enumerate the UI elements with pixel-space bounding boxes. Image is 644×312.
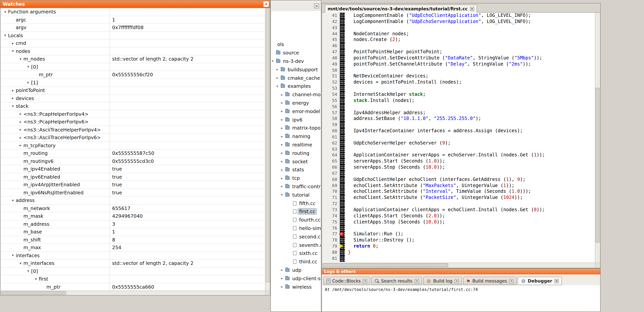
line-number[interactable]: 71 — [322, 195, 340, 201]
collapse-icon[interactable]: ▾ — [272, 59, 276, 63]
line-number[interactable]: 81 — [322, 256, 340, 262]
breakpoint-margin[interactable] — [340, 134, 345, 140]
line-number[interactable]: 59 — [322, 122, 340, 128]
watch-row[interactable]: m_ptr0x55555556cf20 — [1, 71, 265, 79]
breakpoint-margin[interactable] — [340, 201, 345, 207]
code-line[interactable]: 67 — [322, 170, 595, 177]
code-line[interactable]: 77 Simulator::Run (); — [322, 231, 595, 237]
breakpoint-margin[interactable] — [340, 195, 345, 201]
line-number[interactable]: 46 — [322, 43, 340, 49]
breakpoint-margin[interactable] — [340, 92, 345, 98]
watch-row[interactable]: m_ipv6NsRsJitterEnabledtrue — [1, 189, 265, 197]
close-icon[interactable] — [470, 7, 474, 11]
code-line[interactable]: 64 ApplicationContainer serverApps = ech… — [322, 152, 595, 158]
watch-row[interactable]: m_routingv60x5555555cd3c0 — [1, 157, 265, 165]
expand-icon[interactable]: ▸ — [281, 268, 285, 272]
breakpoint-margin[interactable] — [340, 140, 345, 146]
breakpoint-margin[interactable] — [340, 256, 345, 262]
scrollbar-thumb[interactable] — [266, 8, 270, 283]
watch-row[interactable]: m_network655617 — [1, 204, 265, 212]
expand-icon[interactable]: ▸ — [10, 89, 16, 92]
line-number[interactable]: 66 — [322, 164, 340, 170]
line-number[interactable]: 57 — [322, 110, 340, 116]
breakpoint-margin[interactable] — [340, 61, 345, 67]
code-line[interactable]: 46 — [322, 43, 595, 49]
code-line[interactable]: 51 NetDeviceContainer devices; — [322, 73, 595, 80]
code-line[interactable]: 75 clientApps.Stop (Seconds (10.0)); — [322, 219, 595, 225]
line-number[interactable]: 76 — [322, 225, 340, 231]
breakpoint-margin[interactable] — [340, 177, 345, 183]
tree-item[interactable]: ▸realtime — [271, 141, 321, 149]
line-number[interactable]: 43 — [322, 25, 340, 31]
breakpoint-margin[interactable] — [340, 183, 345, 189]
tree-item[interactable]: ▸buildsupport — [271, 65, 321, 74]
breakpoint-margin[interactable] — [340, 250, 345, 256]
line-number[interactable]: 48 — [322, 55, 340, 61]
breakpoint-margin[interactable] — [340, 213, 345, 219]
code-line[interactable]: 71 echoClient.SetAttribute ("PacketSize"… — [322, 195, 595, 201]
tree-item[interactable]: ▸energy — [271, 99, 321, 107]
code-line[interactable]: 66 serverApps.Stop (Seconds (10.0)); — [322, 164, 595, 170]
watch-row[interactable]: m_base1 — [1, 228, 265, 236]
watch-row[interactable]: ▾[0] — [1, 63, 265, 71]
code-area[interactable]: 41 LogComponentEnable ("UdpEchoClientApp… — [322, 13, 595, 263]
watch-row[interactable]: ▾m_nodesstd::vector of length 2, capacit… — [1, 55, 265, 63]
watch-row[interactable]: ▸m_tcpFactory — [1, 142, 265, 150]
tree-item[interactable]: third.cc — [271, 257, 321, 266]
tree-item[interactable]: ▸socket — [271, 157, 321, 165]
editor-vertical-scrollbar[interactable] — [595, 13, 600, 263]
watches-horizontal-scrollbar[interactable] — [0, 291, 265, 295]
breakpoint-margin[interactable] — [340, 31, 345, 37]
code-line[interactable]: 59 — [322, 122, 595, 128]
breakpoint-margin[interactable] — [340, 146, 345, 152]
code-line[interactable]: 43 — [322, 25, 595, 31]
collapse-icon[interactable]: ▾ — [25, 65, 31, 69]
breakpoint-margin[interactable] — [340, 116, 345, 122]
line-number[interactable]: 58 — [322, 116, 340, 122]
line-number[interactable]: 65 — [322, 158, 340, 165]
tree-item[interactable]: ▾tutorial — [271, 191, 321, 199]
expand-icon[interactable]: ▸ — [281, 143, 285, 147]
code-line[interactable]: 62 UdpEchoServerHelper echoServer (9); — [322, 140, 595, 146]
watch-row[interactable]: m_address3 — [1, 220, 265, 228]
breakpoint-margin[interactable] — [340, 189, 345, 195]
watch-row[interactable]: ▸<ns3::PcapHelperForIpv4> — [1, 110, 265, 118]
tree-item[interactable]: ▸channel-mod — [271, 90, 321, 99]
line-number[interactable]: 51 — [322, 73, 340, 80]
close-icon[interactable] — [510, 279, 514, 283]
tab-codeblocks[interactable]: Code::Blocks — [323, 277, 370, 285]
code-line[interactable]: 58 address.SetBase ("10.1.1.0", "255.255… — [322, 116, 595, 122]
code-line[interactable]: 69 echoClient.SetAttribute ("MaxPackets"… — [322, 183, 595, 189]
collapse-icon[interactable]: ▾ — [25, 269, 31, 273]
line-number[interactable]: 62 — [322, 140, 340, 146]
breakpoint-margin[interactable] — [340, 98, 345, 104]
tree-item[interactable]: seventh.cc — [271, 241, 321, 249]
watch-row[interactable]: ▾[0] — [1, 267, 265, 275]
line-number[interactable]: 53 — [322, 85, 340, 92]
line-number[interactable]: 47 — [322, 49, 340, 55]
tree-item[interactable]: fifth.cc — [271, 199, 321, 207]
code-line[interactable]: 54 InternetStackHelper stack; — [322, 92, 595, 98]
code-line[interactable]: 57 Ipv4AddressHelper address; — [322, 110, 595, 116]
collapse-icon[interactable]: ▾ — [10, 49, 16, 53]
breakpoint-margin[interactable] — [340, 104, 345, 110]
breakpoint-margin[interactable] — [340, 122, 345, 128]
code-line[interactable]: 56 — [322, 104, 595, 110]
collapse-icon[interactable]: ▾ — [33, 277, 39, 281]
line-number[interactable]: 79 — [322, 243, 340, 250]
collapse-icon[interactable]: ▾ — [2, 10, 8, 14]
editor-tab[interactable]: mnt/dev/tools/source/ns-3-dev/examples/t… — [325, 4, 477, 13]
line-number[interactable]: 52 — [322, 80, 340, 86]
tree-item[interactable]: ▸traffic-contro — [271, 182, 321, 191]
collapse-icon[interactable]: ▾ — [10, 198, 16, 202]
watch-row[interactable]: argv0x7fffffffdf08 — [1, 24, 265, 32]
watch-row[interactable]: ▾nodes — [1, 47, 265, 55]
line-number[interactable]: 68 — [322, 177, 340, 183]
breakpoint-margin[interactable] — [340, 67, 345, 73]
breakpoint-margin[interactable] — [340, 207, 345, 213]
code-line[interactable]: 49 pointToPoint.SetChannelAttribute ("De… — [322, 61, 595, 67]
expand-icon[interactable]: ▸ — [18, 136, 24, 140]
close-icon[interactable] — [415, 279, 419, 283]
line-number[interactable]: 72 — [322, 201, 340, 207]
line-number[interactable]: 41 — [322, 13, 340, 19]
